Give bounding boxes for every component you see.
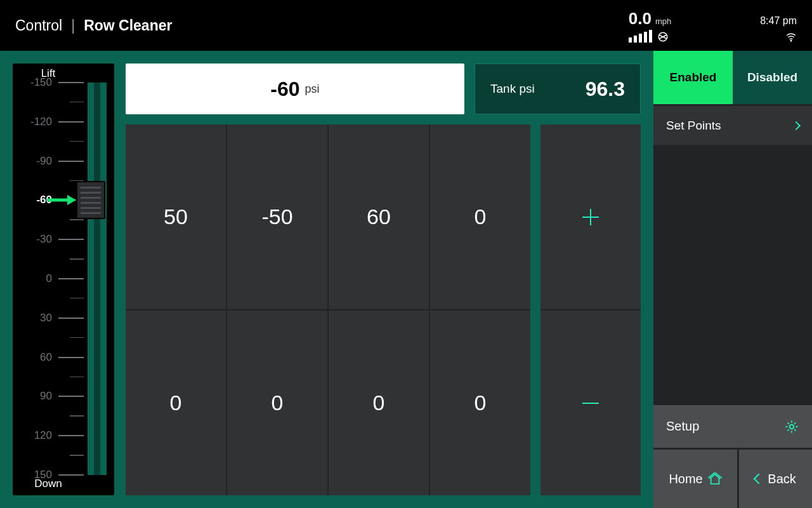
setup-button[interactable]: Setup	[653, 405, 812, 450]
set-points-item[interactable]: Set Points	[653, 104, 812, 145]
row-cell[interactable]: 50	[126, 124, 226, 309]
disabled-button[interactable]: Disabled	[733, 51, 812, 104]
gauge-tick: 60	[16, 351, 84, 364]
row-cell[interactable]: -50	[227, 124, 327, 309]
row-values-grid: 50-506000000	[126, 124, 530, 495]
speed-value: 0.0	[629, 9, 652, 29]
gauge-tick: -120	[16, 116, 84, 128]
chevron-right-icon	[792, 121, 801, 130]
gauge-tick: -30	[16, 233, 84, 246]
row-cell[interactable]: 0	[227, 311, 327, 495]
psi-unit: psi	[305, 83, 320, 96]
minus-icon	[582, 403, 599, 404]
speed-readout: 0.0 mph	[629, 9, 671, 29]
tank-value: 96.3	[586, 77, 625, 101]
gauge-tick: 0	[16, 272, 84, 285]
clock: 8:47 pm	[760, 15, 797, 27]
svg-point-1	[790, 40, 792, 41]
gauge-track	[88, 83, 107, 475]
page-title: Row Cleaner	[84, 17, 172, 34]
gauge-ticks: -150-120-90-60-300306090120150	[16, 83, 84, 475]
gauge-tick: -150	[16, 76, 84, 89]
decrease-button[interactable]	[540, 311, 641, 495]
breadcrumb: Control | Row Cleaner	[15, 17, 172, 34]
gauge-footer: Down	[13, 478, 84, 490]
breadcrumb-separator: |	[71, 17, 75, 34]
gauge-slider-icon	[76, 181, 105, 219]
satellite-icon	[657, 31, 669, 43]
row-cell[interactable]: 0	[126, 311, 226, 495]
tank-label: Tank psi	[490, 82, 535, 96]
breadcrumb-root[interactable]: Control	[15, 17, 62, 34]
gauge-indicator[interactable]	[76, 181, 115, 219]
row-cell[interactable]: 60	[329, 124, 429, 309]
wifi-icon	[785, 31, 797, 43]
plus-icon	[582, 209, 599, 225]
svg-point-2	[790, 424, 794, 428]
psi-value: -60	[270, 77, 299, 101]
gear-icon	[784, 419, 799, 434]
side-panel: Enabled Disabled Set Points Setup Home	[653, 51, 812, 508]
signal-indicators	[629, 31, 669, 43]
top-status-bar: Control | Row Cleaner 0.0 mph 8:47 pm	[0, 0, 812, 51]
back-button[interactable]: Back	[739, 450, 812, 508]
gauge-tick: 120	[16, 429, 84, 442]
adjust-column	[540, 124, 641, 495]
gauge-tick: 30	[16, 312, 84, 324]
back-label: Back	[768, 472, 796, 486]
home-icon	[708, 472, 722, 485]
gauge-tick: -90	[16, 155, 84, 168]
gauge-tick: 90	[16, 390, 84, 403]
signal-bars-icon	[629, 31, 652, 43]
chevron-left-icon	[754, 474, 764, 485]
home-button[interactable]: Home	[653, 450, 737, 508]
setup-label: Setup	[666, 419, 699, 434]
row-cell[interactable]: 0	[430, 311, 530, 495]
main-panel: Lift -150-120-90-60-300306090120150 Down…	[0, 51, 653, 508]
speed-unit: mph	[655, 17, 671, 26]
increase-button[interactable]	[540, 124, 641, 309]
psi-readout[interactable]: -60 psi	[126, 64, 464, 114]
set-points-label: Set Points	[666, 119, 721, 133]
home-label: Home	[669, 472, 702, 486]
lift-gauge[interactable]: Lift -150-120-90-60-300306090120150 Down	[13, 64, 114, 495]
row-cell[interactable]: 0	[329, 311, 429, 495]
row-cell[interactable]: 0	[430, 124, 530, 309]
enable-toggle: Enabled Disabled	[653, 51, 812, 104]
tank-psi-readout: Tank psi 96.3	[475, 64, 641, 114]
enabled-button[interactable]: Enabled	[653, 51, 733, 104]
